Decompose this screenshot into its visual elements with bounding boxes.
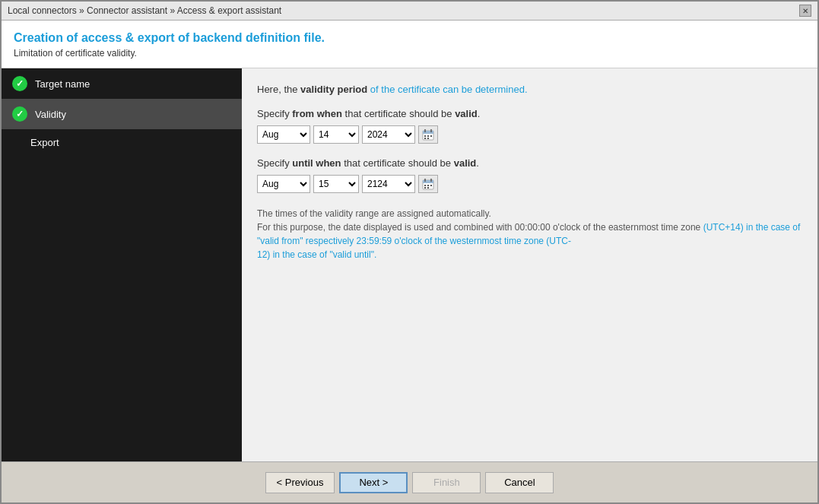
title-bar: Local connectors » Connector assistant »…: [2, 2, 817, 21]
until-day-select[interactable]: 15: [313, 175, 359, 193]
svg-rect-14: [427, 185, 429, 186]
note-text: The times of the validity range are assi…: [257, 207, 802, 262]
check-icon-target: [12, 76, 27, 91]
svg-rect-4: [424, 135, 426, 137]
until-date-row: Aug 15 2124: [257, 175, 802, 193]
svg-rect-15: [430, 185, 432, 186]
page-subtitle: Limitation of certificate validity.: [14, 48, 805, 59]
info-highlight: of the certificate can be determined.: [370, 84, 528, 95]
from-date-row: Aug 14 2024: [257, 125, 802, 144]
sidebar-item-target-name[interactable]: Target name: [2, 68, 242, 99]
from-day-select[interactable]: 14: [313, 125, 359, 144]
check-icon-validity: [12, 106, 27, 122]
sidebar-item-export[interactable]: Export: [2, 129, 242, 156]
cancel-button[interactable]: Cancel: [485, 472, 554, 493]
info-bold: validity period: [300, 84, 367, 95]
svg-rect-1: [423, 131, 433, 134]
until-month-select[interactable]: Aug: [257, 175, 310, 193]
main-window: Local connectors » Connector assistant »…: [0, 0, 819, 504]
svg-rect-8: [427, 138, 429, 139]
from-month-select[interactable]: Aug: [257, 125, 310, 144]
info-line: Here, the validity period of the certifi…: [257, 82, 802, 97]
breadcrumb: Local connectors » Connector assistant »…: [8, 5, 281, 16]
calendar-icon: [422, 128, 434, 141]
svg-rect-13: [424, 185, 426, 186]
until-calendar-button[interactable]: [418, 175, 438, 193]
svg-rect-6: [430, 135, 432, 137]
header: Creation of access & export of backend d…: [2, 21, 817, 68]
main-content: Target name Validity Export Here, the va…: [2, 68, 817, 461]
svg-rect-7: [424, 138, 426, 139]
close-button[interactable]: ✕: [799, 5, 811, 17]
until-label: Specify until when that certificate shou…: [257, 157, 802, 169]
svg-rect-16: [424, 187, 426, 189]
previous-button[interactable]: < Previous: [265, 472, 335, 493]
from-calendar-button[interactable]: [418, 125, 438, 144]
from-label: Specify from when that certificate shoul…: [257, 108, 802, 119]
svg-rect-10: [423, 180, 433, 183]
from-year-select[interactable]: 2024: [362, 125, 415, 144]
calendar-icon-until: [422, 178, 434, 190]
sidebar: Target name Validity Export: [2, 68, 242, 461]
sidebar-label-validity: Validity: [35, 109, 66, 120]
sidebar-item-validity[interactable]: Validity: [2, 99, 242, 129]
finish-button[interactable]: Finish: [412, 472, 481, 493]
footer: < Previous Next > Finish Cancel: [2, 461, 817, 502]
content-panel: Here, the validity period of the certifi…: [242, 68, 817, 461]
until-date-group: Specify until when that certificate shou…: [257, 157, 802, 193]
until-year-select[interactable]: 2124: [362, 175, 415, 193]
svg-rect-17: [427, 187, 429, 189]
svg-rect-5: [427, 135, 429, 137]
sidebar-label-export: Export: [30, 137, 59, 148]
sidebar-label-target: Target name: [35, 78, 90, 90]
page-title: Creation of access & export of backend d…: [14, 31, 805, 45]
from-date-group: Specify from when that certificate shoul…: [257, 108, 802, 144]
next-button[interactable]: Next >: [339, 472, 408, 493]
